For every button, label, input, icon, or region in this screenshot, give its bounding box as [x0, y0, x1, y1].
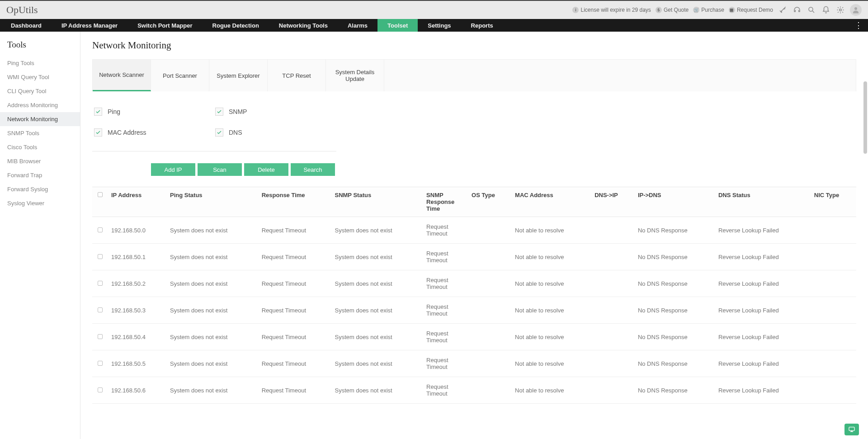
nav-item-settings[interactable]: Settings: [418, 19, 461, 32]
page-title: Network Monitoring: [92, 40, 856, 51]
content-scrollbar[interactable]: [863, 81, 867, 154]
tab-tcp-reset[interactable]: TCP Reset: [268, 60, 326, 91]
checkbox-mac[interactable]: [94, 128, 102, 137]
chat-fab[interactable]: [844, 424, 859, 435]
cell-snmp: System does not exist: [331, 244, 423, 270]
search-icon[interactable]: [807, 5, 816, 15]
sidebar-item-network-monitoring[interactable]: Network Monitoring: [0, 112, 80, 126]
gear-icon[interactable]: [835, 5, 845, 15]
dollar-icon: $: [656, 7, 662, 13]
bell-icon[interactable]: [821, 5, 831, 15]
table-row: 192.168.50.4System does not existRequest…: [92, 324, 856, 350]
cell-nic: [811, 244, 856, 270]
cell-ip-dns: No DNS Response: [634, 244, 715, 270]
nav-item-networking-tools[interactable]: Networking Tools: [269, 19, 338, 32]
row-checkbox[interactable]: [98, 281, 103, 286]
scan-button[interactable]: Scan: [198, 163, 242, 176]
add-ip-button[interactable]: Add IP: [151, 163, 195, 176]
cell-dns-ip: [591, 350, 634, 377]
row-checkbox[interactable]: [98, 334, 103, 339]
col-resp[interactable]: Response Time: [258, 187, 331, 217]
col-os[interactable]: OS Type: [468, 187, 511, 217]
purchase-text: Purchase: [701, 7, 724, 13]
search-button[interactable]: Search: [291, 163, 335, 176]
sidebar-item-wmi-query-tool[interactable]: WMI Query Tool: [0, 70, 80, 84]
row-checkbox[interactable]: [98, 307, 103, 312]
col-ip-dns[interactable]: IP->DNS: [634, 187, 715, 217]
top-bar: OpUtils i License will expire in 29 days…: [0, 0, 868, 19]
checkbox-dns[interactable]: [215, 128, 223, 137]
nav-item-switch-port-mapper[interactable]: Switch Port Mapper: [127, 19, 202, 32]
nav-item-rogue-detection[interactable]: Rogue Detection: [203, 19, 269, 32]
row-checkbox[interactable]: [98, 361, 103, 366]
sidebar-item-forward-trap[interactable]: Forward Trap: [0, 168, 80, 182]
cell-ip: 192.168.50.4: [108, 324, 166, 350]
select-all-checkbox[interactable]: [98, 192, 103, 197]
request-demo-link[interactable]: ▦ Request Demo: [729, 7, 773, 13]
cell-dns-status: Reverse Lookup Failed: [715, 244, 811, 270]
cell-snmp: System does not exist: [331, 324, 423, 350]
cell-dns-ip: [591, 324, 634, 350]
checkbox-snmp[interactable]: [215, 108, 223, 116]
col-snmp-resp[interactable]: SNMP Response Time: [423, 187, 468, 217]
cart-icon: 🛒: [693, 7, 699, 13]
cell-mac: Not able to resolve: [511, 350, 591, 377]
cell-resp: Request Timeout: [258, 270, 331, 297]
svg-point-1: [840, 9, 842, 11]
cell-ip: 192.168.50.6: [108, 377, 166, 404]
sidebar-item-address-monitoring[interactable]: Address Monitoring: [0, 98, 80, 112]
cell-ping: System does not exist: [166, 244, 258, 270]
delete-button[interactable]: Delete: [244, 163, 288, 176]
cell-mac: Not able to resolve: [511, 270, 591, 297]
checkbox-ping[interactable]: [94, 108, 102, 116]
cell-snmp-resp: Request Timeout: [423, 350, 468, 377]
sidebar-item-mib-browser[interactable]: MIB Browser: [0, 154, 80, 168]
label-snmp: SNMP: [229, 108, 247, 115]
cell-snmp-resp: Request Timeout: [423, 217, 468, 244]
col-nic[interactable]: NIC Type: [811, 187, 856, 217]
nav-more-icon[interactable]: ⋮: [849, 19, 868, 32]
rocket-icon[interactable]: [778, 5, 788, 15]
tab-system-details-update[interactable]: System Details Update: [326, 60, 384, 91]
col-ping[interactable]: Ping Status: [166, 187, 258, 217]
col-snmp[interactable]: SNMP Status: [331, 187, 423, 217]
get-quote-link[interactable]: $ Get Quote: [656, 7, 689, 13]
tab-port-scanner[interactable]: Port Scanner: [151, 60, 209, 91]
sidebar-item-ping-tools[interactable]: Ping Tools: [0, 56, 80, 70]
cell-resp: Request Timeout: [258, 297, 331, 324]
sidebar-item-cli-query-tool[interactable]: CLI Query Tool: [0, 84, 80, 98]
row-checkbox[interactable]: [98, 254, 103, 259]
license-expiry-link[interactable]: i License will expire in 29 days: [572, 7, 651, 13]
col-ip[interactable]: IP Address: [108, 187, 166, 217]
tab-system-explorer[interactable]: System Explorer: [209, 60, 268, 91]
nav-item-dashboard[interactable]: Dashboard: [1, 19, 52, 32]
cell-resp: Request Timeout: [258, 324, 331, 350]
cell-ping: System does not exist: [166, 270, 258, 297]
request-demo-text: Request Demo: [737, 7, 773, 13]
sidebar-item-forward-syslog[interactable]: Forward Syslog: [0, 182, 80, 196]
cell-dns-status: Reverse Lookup Failed: [715, 324, 811, 350]
get-quote-text: Get Quote: [664, 7, 689, 13]
col-dns-status[interactable]: DNS Status: [715, 187, 811, 217]
cell-ping: System does not exist: [166, 324, 258, 350]
row-checkbox[interactable]: [98, 227, 103, 232]
sidebar-item-snmp-tools[interactable]: SNMP Tools: [0, 126, 80, 140]
nav-item-ip-address-manager[interactable]: IP Address Manager: [52, 19, 127, 32]
nav-item-toolset[interactable]: Toolset: [377, 19, 418, 32]
cell-snmp: System does not exist: [331, 217, 423, 244]
user-avatar[interactable]: [850, 4, 862, 16]
col-dns-ip[interactable]: DNS->IP: [591, 187, 634, 217]
label-mac: MAC Address: [108, 129, 146, 136]
row-checkbox[interactable]: [98, 387, 103, 392]
col-mac[interactable]: MAC Address: [511, 187, 591, 217]
sidebar-item-syslog-viewer[interactable]: Syslog Viewer: [0, 196, 80, 210]
svg-point-0: [809, 7, 813, 11]
cell-ip-dns: No DNS Response: [634, 270, 715, 297]
purchase-link[interactable]: 🛒 Purchase: [693, 7, 724, 13]
sidebar-item-cisco-tools[interactable]: Cisco Tools: [0, 140, 80, 154]
nav-item-reports[interactable]: Reports: [461, 19, 503, 32]
tab-network-scanner[interactable]: Network Scanner: [93, 60, 151, 91]
headset-icon[interactable]: [792, 5, 802, 15]
svg-point-2: [854, 7, 857, 10]
nav-item-alarms[interactable]: Alarms: [338, 19, 377, 32]
